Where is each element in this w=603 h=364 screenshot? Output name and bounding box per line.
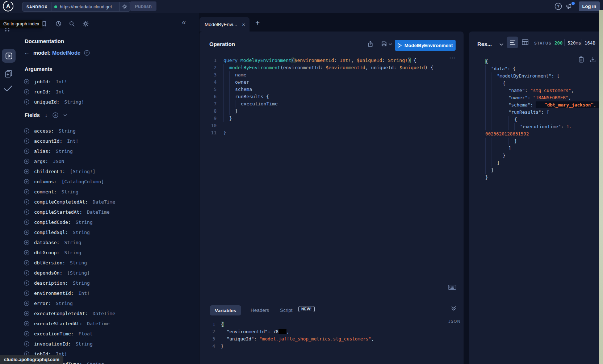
field-row: runId:Int [24, 87, 183, 97]
add-field-icon[interactable] [24, 179, 29, 184]
response-duration: 520ms [568, 40, 581, 46]
publish-button[interactable]: Publish [130, 1, 156, 11]
response-json-viewer[interactable]: {"data": {"modelByEnvironment": [{"name"… [480, 58, 599, 181]
add-field-icon[interactable] [24, 138, 29, 144]
indent-guide [485, 80, 491, 87]
keyboard-shortcuts-icon[interactable] [448, 284, 456, 290]
field-type: String [73, 230, 90, 235]
add-field-icon[interactable] [24, 311, 29, 316]
indent-guide [497, 123, 503, 130]
tree-view-toggle[interactable] [507, 37, 518, 48]
operation-tab[interactable]: ModelByEnvi... × [200, 17, 250, 32]
save-icon[interactable] [381, 41, 387, 47]
sort-fields-icon[interactable]: ↓ [45, 112, 47, 118]
response-dropdown-chevron-icon[interactable] [499, 43, 503, 46]
explorer-nav-button[interactable] [2, 49, 16, 63]
line-number: 7 [203, 100, 217, 108]
indent-guide [503, 87, 508, 94]
add-field-icon[interactable] [24, 79, 29, 84]
field-name: runId: [34, 89, 51, 95]
add-field-icon[interactable] [24, 128, 29, 134]
checklist-icon[interactable] [4, 85, 13, 92]
tab-headers[interactable]: Headers [251, 307, 269, 313]
code-token: Int! [340, 58, 351, 63]
variables-code[interactable]: {"environmentId": 78,"uniqueId": "model.… [215, 321, 374, 350]
variables-editor[interactable]: 1234 {"environmentId": 78,"uniqueId": "m… [201, 321, 374, 350]
add-field-icon[interactable] [24, 290, 29, 296]
code-line: { [485, 116, 599, 123]
add-field-icon[interactable] [24, 260, 29, 265]
run-operation-button[interactable]: ModelByEnvironment [395, 40, 456, 51]
collapse-variables-icon[interactable] [451, 306, 456, 311]
line-number: 3 [203, 71, 217, 79]
search-icon[interactable] [69, 21, 75, 27]
code-token: } [221, 343, 224, 349]
code-token: $uniqueId [399, 65, 425, 70]
close-tab-icon[interactable]: × [242, 22, 245, 27]
endpoint-url-input[interactable]: https://metadata.cloud.get [51, 2, 120, 11]
share-icon[interactable] [367, 41, 373, 47]
settings-gear-icon[interactable] [83, 21, 89, 27]
add-field-icon[interactable] [24, 270, 29, 276]
history-icon[interactable] [55, 21, 62, 27]
add-field-icon[interactable] [24, 199, 29, 205]
field-type: DateTime [93, 199, 116, 205]
line-number: 11 [203, 129, 217, 137]
collections-icon[interactable] [4, 70, 13, 78]
add-field-icon[interactable] [24, 321, 29, 326]
field-type: String [70, 260, 87, 265]
add-field-icon[interactable] [24, 148, 29, 154]
field-type: JSON [53, 159, 64, 164]
operation-editor[interactable]: 1234567891011 query ModelByEnvironment($… [203, 57, 434, 137]
fields-options-chevron-icon[interactable] [63, 114, 67, 117]
endpoint-settings-icon[interactable] [120, 2, 130, 11]
indent-guide [497, 152, 503, 159]
code-token: 1. [566, 124, 572, 129]
add-field-icon[interactable] [24, 99, 29, 105]
operation-code[interactable]: query ModelByEnvironment($environmentId:… [217, 57, 434, 137]
play-icon [398, 43, 402, 48]
operation-menu-icon[interactable]: ⋯ [449, 54, 456, 62]
add-field-icon[interactable] [24, 331, 29, 336]
add-field-icon[interactable] [24, 341, 29, 347]
field-row: executeStartedAt:DateTime [24, 318, 183, 329]
code-token: name [235, 72, 246, 78]
add-field-icon[interactable] [24, 219, 29, 225]
code-token: query [223, 58, 240, 63]
code-line: query ModelByEnvironment($environmentId:… [223, 57, 434, 64]
add-field-icon[interactable] [24, 280, 29, 286]
graph-index-icon[interactable] [4, 28, 10, 32]
code-token: : [530, 102, 536, 108]
add-field-icon[interactable] [24, 209, 29, 215]
add-field-icon[interactable] [24, 230, 29, 235]
add-field-icon[interactable] [24, 240, 29, 245]
help-icon[interactable]: ? [554, 3, 562, 10]
add-field-icon[interactable] [24, 169, 29, 174]
table-view-toggle[interactable] [522, 39, 529, 46]
new-tab-icon[interactable]: + [255, 18, 260, 27]
collapse-panel-icon[interactable]: « [182, 18, 186, 26]
back-arrow-icon[interactable]: ← [24, 50, 30, 56]
apollo-logo-icon[interactable]: A [2, 0, 14, 13]
add-field-icon[interactable] [24, 89, 29, 95]
indent-guide [485, 109, 491, 116]
code-line: } [485, 152, 599, 159]
indent-guide [503, 109, 508, 116]
field-name: compiledSql: [34, 230, 68, 235]
add-all-fields-icon[interactable] [53, 112, 58, 118]
tab-variables[interactable]: Variables [210, 305, 241, 315]
run-button-label: ModelByEnvironment [405, 43, 453, 48]
doc-type-link[interactable]: ModelNode [52, 50, 80, 56]
add-type-icon[interactable] [84, 50, 90, 56]
tab-script[interactable]: Script [280, 307, 293, 313]
indent-guide [235, 100, 241, 108]
code-token: String! [388, 58, 408, 63]
add-field-icon[interactable] [24, 189, 29, 194]
save-options-chevron-icon[interactable] [389, 43, 392, 46]
indent-guide [491, 109, 497, 116]
login-button[interactable]: Log in [579, 1, 600, 11]
add-field-icon[interactable] [24, 159, 29, 164]
field-type: String! [64, 99, 84, 105]
add-field-icon[interactable] [24, 250, 29, 255]
add-field-icon[interactable] [24, 301, 29, 306]
